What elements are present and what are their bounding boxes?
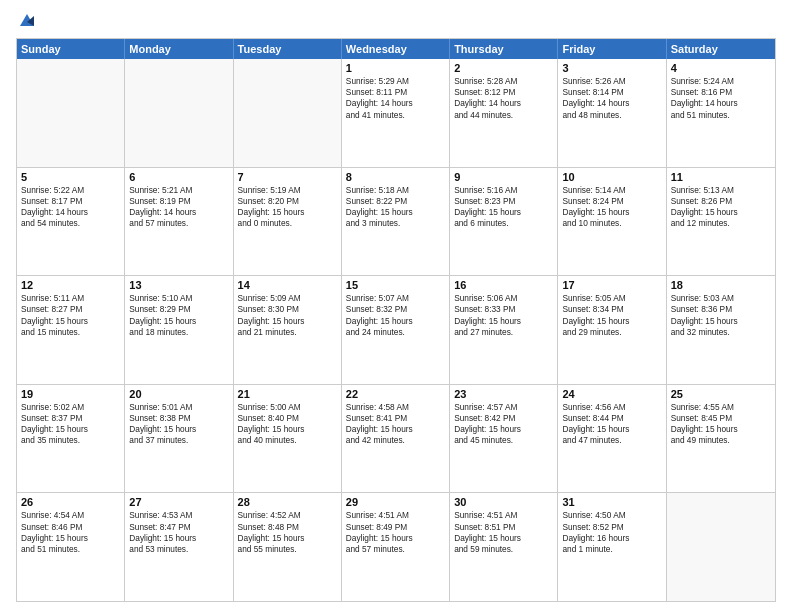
cell-line: Daylight: 15 hours xyxy=(346,424,445,435)
cell-line: and 27 minutes. xyxy=(454,327,553,338)
calendar-cell xyxy=(17,59,125,167)
cell-line: Sunset: 8:38 PM xyxy=(129,413,228,424)
day-number: 26 xyxy=(21,496,120,508)
cell-line: Daylight: 14 hours xyxy=(454,98,553,109)
cell-line: Daylight: 15 hours xyxy=(238,316,337,327)
cell-line: Sunrise: 5:16 AM xyxy=(454,185,553,196)
cell-line: and 37 minutes. xyxy=(129,435,228,446)
calendar-cell: 4Sunrise: 5:24 AMSunset: 8:16 PMDaylight… xyxy=(667,59,775,167)
calendar-body: 1Sunrise: 5:29 AMSunset: 8:11 PMDaylight… xyxy=(17,59,775,601)
cell-line: Daylight: 14 hours xyxy=(562,98,661,109)
cell-line: Sunrise: 4:56 AM xyxy=(562,402,661,413)
calendar-cell: 23Sunrise: 4:57 AMSunset: 8:42 PMDayligh… xyxy=(450,385,558,493)
cell-line: Sunrise: 5:01 AM xyxy=(129,402,228,413)
cell-line: Sunset: 8:47 PM xyxy=(129,522,228,533)
calendar-row: 5Sunrise: 5:22 AMSunset: 8:17 PMDaylight… xyxy=(17,168,775,277)
cell-line: and 18 minutes. xyxy=(129,327,228,338)
calendar-cell: 16Sunrise: 5:06 AMSunset: 8:33 PMDayligh… xyxy=(450,276,558,384)
cell-line: and 40 minutes. xyxy=(238,435,337,446)
calendar-cell: 11Sunrise: 5:13 AMSunset: 8:26 PMDayligh… xyxy=(667,168,775,276)
calendar-cell: 20Sunrise: 5:01 AMSunset: 8:38 PMDayligh… xyxy=(125,385,233,493)
cell-line: Sunrise: 4:51 AM xyxy=(346,510,445,521)
cell-line: Sunset: 8:42 PM xyxy=(454,413,553,424)
cell-line: Sunrise: 5:19 AM xyxy=(238,185,337,196)
cell-line: Sunset: 8:22 PM xyxy=(346,196,445,207)
cell-line: Daylight: 15 hours xyxy=(454,424,553,435)
cell-line: Sunrise: 4:54 AM xyxy=(21,510,120,521)
cell-line: Sunrise: 5:07 AM xyxy=(346,293,445,304)
calendar-cell: 13Sunrise: 5:10 AMSunset: 8:29 PMDayligh… xyxy=(125,276,233,384)
cell-line: Sunrise: 5:14 AM xyxy=(562,185,661,196)
day-number: 11 xyxy=(671,171,771,183)
page: SundayMondayTuesdayWednesdayThursdayFrid… xyxy=(0,0,792,612)
cell-line: and 51 minutes. xyxy=(671,110,771,121)
cell-line: and 35 minutes. xyxy=(21,435,120,446)
cell-line: Sunset: 8:17 PM xyxy=(21,196,120,207)
cell-line: Sunrise: 5:02 AM xyxy=(21,402,120,413)
header-day: Thursday xyxy=(450,39,558,59)
cell-line: and 42 minutes. xyxy=(346,435,445,446)
day-number: 30 xyxy=(454,496,553,508)
cell-line: Sunrise: 4:58 AM xyxy=(346,402,445,413)
cell-line: and 32 minutes. xyxy=(671,327,771,338)
cell-line: and 57 minutes. xyxy=(346,544,445,555)
cell-line: Sunset: 8:29 PM xyxy=(129,304,228,315)
day-number: 5 xyxy=(21,171,120,183)
cell-line: Daylight: 15 hours xyxy=(454,533,553,544)
cell-line: Daylight: 14 hours xyxy=(21,207,120,218)
calendar-cell: 25Sunrise: 4:55 AMSunset: 8:45 PMDayligh… xyxy=(667,385,775,493)
day-number: 2 xyxy=(454,62,553,74)
header-day: Wednesday xyxy=(342,39,450,59)
cell-line: Sunrise: 5:05 AM xyxy=(562,293,661,304)
day-number: 9 xyxy=(454,171,553,183)
logo xyxy=(16,14,36,30)
cell-line: Sunrise: 4:55 AM xyxy=(671,402,771,413)
day-number: 10 xyxy=(562,171,661,183)
cell-line: Sunset: 8:33 PM xyxy=(454,304,553,315)
cell-line: Sunset: 8:44 PM xyxy=(562,413,661,424)
calendar-cell: 31Sunrise: 4:50 AMSunset: 8:52 PMDayligh… xyxy=(558,493,666,601)
cell-line: and 59 minutes. xyxy=(454,544,553,555)
calendar-cell: 28Sunrise: 4:52 AMSunset: 8:48 PMDayligh… xyxy=(234,493,342,601)
cell-line: Sunset: 8:27 PM xyxy=(21,304,120,315)
day-number: 24 xyxy=(562,388,661,400)
day-number: 16 xyxy=(454,279,553,291)
day-number: 19 xyxy=(21,388,120,400)
calendar-cell: 21Sunrise: 5:00 AMSunset: 8:40 PMDayligh… xyxy=(234,385,342,493)
cell-line: Daylight: 14 hours xyxy=(129,207,228,218)
day-number: 22 xyxy=(346,388,445,400)
cell-line: Sunset: 8:37 PM xyxy=(21,413,120,424)
day-number: 29 xyxy=(346,496,445,508)
cell-line: and 21 minutes. xyxy=(238,327,337,338)
cell-line: Daylight: 15 hours xyxy=(21,316,120,327)
cell-line: Sunrise: 5:06 AM xyxy=(454,293,553,304)
calendar-cell: 19Sunrise: 5:02 AMSunset: 8:37 PMDayligh… xyxy=(17,385,125,493)
cell-line: Daylight: 15 hours xyxy=(671,207,771,218)
cell-line: Daylight: 15 hours xyxy=(454,207,553,218)
calendar-cell: 22Sunrise: 4:58 AMSunset: 8:41 PMDayligh… xyxy=(342,385,450,493)
logo-icon xyxy=(18,12,36,30)
cell-line: Sunrise: 5:09 AM xyxy=(238,293,337,304)
calendar-cell: 6Sunrise: 5:21 AMSunset: 8:19 PMDaylight… xyxy=(125,168,233,276)
calendar-cell: 9Sunrise: 5:16 AMSunset: 8:23 PMDaylight… xyxy=(450,168,558,276)
cell-line: Daylight: 15 hours xyxy=(562,316,661,327)
calendar-cell xyxy=(234,59,342,167)
calendar-cell: 10Sunrise: 5:14 AMSunset: 8:24 PMDayligh… xyxy=(558,168,666,276)
calendar-row: 26Sunrise: 4:54 AMSunset: 8:46 PMDayligh… xyxy=(17,493,775,601)
header xyxy=(16,14,776,30)
cell-line: and 49 minutes. xyxy=(671,435,771,446)
cell-line: Sunset: 8:16 PM xyxy=(671,87,771,98)
calendar-cell: 15Sunrise: 5:07 AMSunset: 8:32 PMDayligh… xyxy=(342,276,450,384)
cell-line: Sunrise: 4:50 AM xyxy=(562,510,661,521)
cell-line: Sunset: 8:12 PM xyxy=(454,87,553,98)
cell-line: and 15 minutes. xyxy=(21,327,120,338)
cell-line: Sunset: 8:23 PM xyxy=(454,196,553,207)
calendar-cell: 30Sunrise: 4:51 AMSunset: 8:51 PMDayligh… xyxy=(450,493,558,601)
day-number: 17 xyxy=(562,279,661,291)
cell-line: Sunrise: 5:29 AM xyxy=(346,76,445,87)
cell-line: and 54 minutes. xyxy=(21,218,120,229)
cell-line: Daylight: 15 hours xyxy=(238,424,337,435)
header-day: Sunday xyxy=(17,39,125,59)
cell-line: Daylight: 15 hours xyxy=(562,207,661,218)
header-day: Saturday xyxy=(667,39,775,59)
